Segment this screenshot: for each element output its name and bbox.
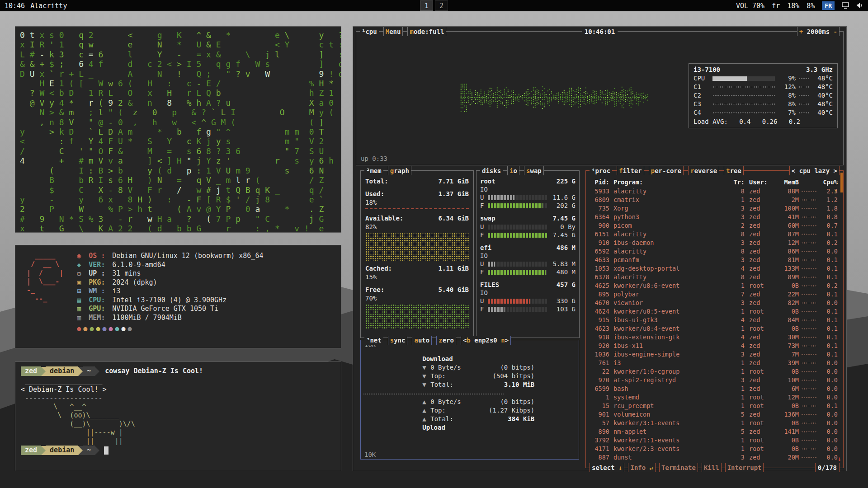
- proc-row[interactable]: 4624kworker/u8:5-event1root0B0.1: [589, 307, 838, 316]
- proc-row[interactable]: 4623kworker/u8:4-event1root0B0.1: [589, 324, 838, 333]
- proc-row[interactable]: 22kworker/1:0-cgroup1root0B0.0: [589, 367, 838, 376]
- proc-row[interactable]: 910ibus-daemon3zed12M0.2: [589, 239, 838, 247]
- tab-interval[interactable]: + 2000ms -: [797, 27, 840, 36]
- proc-row[interactable]: 1036ibus-engine-simple3zed7M0.1: [589, 350, 838, 359]
- prompt-separator: [41, 446, 46, 455]
- proc-row[interactable]: 15rcu_preempt1root0B0.1: [589, 402, 838, 410]
- tab-io[interactable]: io: [507, 166, 519, 175]
- terminal-cmatrix[interactable]: 0 t x s 0 q 2 < g K ^ & * e \ y ?x I R '…: [15, 26, 341, 233]
- tab-mem: ²mem: [364, 166, 383, 175]
- tab-interface[interactable]: <b enp2s0 n>: [461, 336, 511, 345]
- cpu-frequency: 3.3 GHz: [806, 66, 833, 74]
- scroll-down-icon[interactable]: ↓: [838, 455, 841, 462]
- proc-row[interactable]: 6378alacritty8zed89M0.1: [589, 273, 838, 282]
- proc-row[interactable]: 6809cmatrix1zed2M1.2: [589, 196, 838, 204]
- proc-row[interactable]: 901volumeicon5zed136M0.0: [589, 410, 838, 419]
- proc-row[interactable]: 890nm-applet5zed141M0.0: [589, 427, 838, 436]
- workspace-button-1[interactable]: 1: [420, 0, 433, 11]
- terminal-cursor[interactable]: [104, 446, 108, 455]
- btn-interrupt[interactable]: Interrupt: [725, 463, 764, 472]
- tab-filter[interactable]: filter: [617, 166, 644, 175]
- volume-indicator[interactable]: VOL 70%: [736, 2, 764, 10]
- proc-row[interactable]: 887dunst3zed20M0.0: [589, 453, 838, 462]
- display-icon: [842, 2, 849, 9]
- palette-dot: ●: [90, 324, 96, 333]
- wm-icon: ⊞: [77, 287, 89, 296]
- workspace-button-2[interactable]: 2: [435, 0, 448, 11]
- cowsay-output: ___________________< Debian-Z Is Cool! >…: [21, 377, 335, 446]
- os-icon: ◉: [77, 252, 89, 261]
- tab-sort[interactable]: < cpu lazy >: [789, 166, 840, 175]
- prompt-separator: [78, 367, 83, 376]
- cpu-core-row: C47%40°C: [693, 108, 833, 117]
- proc-row[interactable]: 6599bash1zed6M0.0: [589, 385, 838, 393]
- terminal-cowsay[interactable]: zed debian ~ cowsay Debian-Z Is Cool! __…: [15, 361, 341, 471]
- net-stat-row: ▲Total:384 KiB: [422, 415, 534, 423]
- proc-row[interactable]: 57kworker/3:1-events1root0B0.0: [589, 419, 838, 427]
- proc-row[interactable]: 895polybar7zed22M0.1: [589, 290, 838, 299]
- cpu-model: i3-7100: [693, 66, 720, 74]
- proc-row[interactable]: 6592alacritty8zed86M0.0: [589, 247, 838, 256]
- btn-kill[interactable]: Kill: [702, 463, 722, 472]
- palette-dot: ●: [83, 324, 90, 333]
- tab-per-core[interactable]: per-core: [649, 166, 684, 175]
- btn-select[interactable]: select ↓: [590, 463, 624, 472]
- mem-metric: Free:5.40 GiB70%: [365, 286, 469, 329]
- disk-section: efi486 MIOU5.83 MF480 M: [480, 244, 576, 276]
- btn-terminate[interactable]: Terminate: [659, 463, 698, 472]
- palette-dot: ●: [77, 324, 83, 333]
- net-up-rows: ▲0 Byte/s(0 bitps)▲Top:(1.27 Kibps)▲Tota…: [422, 398, 534, 423]
- tab-sync[interactable]: sync: [388, 336, 408, 345]
- zenith-monitor-window[interactable]: ¹cpuMenumode:full 10:46:01 + 2000ms - i3…: [353, 26, 847, 471]
- cpu-core-row: C112%48°C: [693, 83, 833, 91]
- mem-metric: Cached:1.11 GiB15%: [365, 264, 469, 282]
- tab-swap[interactable]: swap: [524, 166, 544, 175]
- prompt-separator: [78, 446, 83, 455]
- proc-footer-tabs: select ↓Info ↵TerminateKillInterrupt: [590, 463, 764, 472]
- proc-row[interactable]: 4633pcmanfm3zed81M0.1: [589, 256, 838, 264]
- matrix-output: 0 t x s 0 q 2 < g K ^ & * e \ y ?x I R '…: [20, 30, 336, 233]
- disk-section: swap7.45 GU0 ByF7.45 G: [480, 214, 576, 239]
- proc-sort-tab: < cpu lazy >: [789, 166, 840, 175]
- download-title: Download: [422, 355, 534, 363]
- proc-row[interactable]: 3792kworker/1:1-events1root0B0.0: [589, 436, 838, 445]
- command-text: cowsay Debian-Z Is Cool!: [105, 367, 203, 375]
- cpu-interval: + 2000ms -: [797, 27, 840, 36]
- terminal-fastfetch[interactable]: _____ / __ \ | / | | \___- -_ --_ ◉OS :D…: [15, 245, 341, 348]
- tab-cpu: ¹cpu: [360, 27, 379, 36]
- proc-row[interactable]: 6151alacritty8zed87M0.1: [589, 230, 838, 239]
- tab-zero[interactable]: zero: [436, 336, 456, 345]
- proc-row[interactable]: 920ibus-x114zed73M0.1: [589, 342, 838, 350]
- process-counter: 0/178: [815, 463, 840, 472]
- tab-menu[interactable]: Menu: [383, 27, 403, 36]
- palette-dot: ●: [96, 324, 102, 333]
- proc-row[interactable]: 1systemd1root12M0.0: [589, 393, 838, 402]
- proc-row[interactable]: 761i31zed39M0.0: [589, 359, 838, 367]
- btn-info[interactable]: Info ↵: [628, 463, 656, 472]
- proc-row[interactable]: 900picom2zed60M0.7: [589, 221, 838, 230]
- tab-mode[interactable]: mode:full: [407, 27, 446, 36]
- proc-column-header[interactable]: Cpu%: [823, 178, 838, 186]
- tab-auto[interactable]: auto: [412, 336, 432, 345]
- focused-window-title: Alacritty: [30, 2, 67, 10]
- cpu-core-row: CPU9%48°C: [693, 74, 833, 83]
- proc-row[interactable]: 4625kworker/u8:6-event1root0B0.2: [589, 282, 838, 290]
- proc-row[interactable]: 918ibus-extension-gtk4zed30M0.1: [589, 333, 838, 342]
- proc-row[interactable]: 4171kworker/2:3-events1root0B0.0: [589, 445, 838, 453]
- net-stat-row: ▼Total:3.10 MiB: [422, 380, 534, 389]
- scrollbar-thumb[interactable]: [840, 173, 843, 192]
- proc-row[interactable]: 970at-spi2-registryd3zed10M0.0: [589, 376, 838, 385]
- network-panel: ³netsyncautozero<b enp2s0 n> 10K Downloa…: [360, 340, 579, 460]
- tab-graph[interactable]: graph: [388, 166, 411, 175]
- proc-row[interactable]: 5933alacritty8zed88M2.3: [589, 187, 838, 196]
- proc-row[interactable]: 735Xorg3zed100M1.8: [589, 204, 838, 213]
- tab-tree[interactable]: tree: [724, 166, 744, 175]
- prompt-user: zed: [21, 366, 41, 376]
- proc-row[interactable]: 1053xdg-desktop-portal4zed133M0.1: [589, 264, 838, 273]
- proc-row[interactable]: 915ibus-ui-gtk34zed84M0.1: [589, 316, 838, 324]
- prompt-host: debian: [46, 446, 78, 455]
- proc-row[interactable]: 6364python33zed41M0.8: [589, 213, 838, 221]
- tab-reverse[interactable]: reverse: [688, 166, 719, 175]
- proc-row[interactable]: 4670viewnior3zed82M0.0: [589, 299, 838, 307]
- kernel-icon: ◆: [77, 261, 89, 270]
